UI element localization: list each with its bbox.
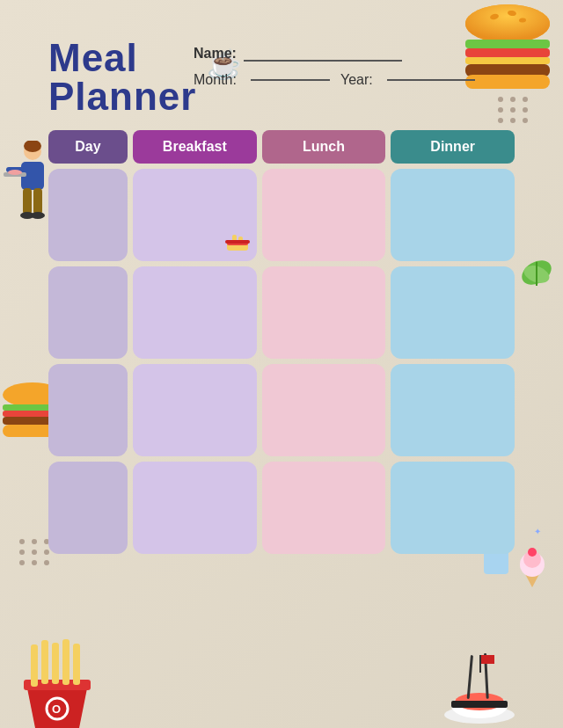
lunch-cell-3[interactable] xyxy=(262,364,386,456)
svg-rect-41 xyxy=(41,640,48,684)
table-row xyxy=(48,169,515,261)
month-label: Month: xyxy=(194,72,237,88)
svg-rect-52 xyxy=(481,655,494,664)
lunch-cell-1[interactable] xyxy=(262,169,386,261)
planner-title-text: Planner xyxy=(48,76,196,118)
svg-text:✦: ✦ xyxy=(534,527,541,536)
planner-table: Day Breakfast Lunch Dinner xyxy=(48,130,515,554)
name-field: Name: xyxy=(194,46,402,62)
header-breakfast: Breakfast xyxy=(133,130,257,164)
svg-rect-49 xyxy=(467,655,473,699)
day-cell-4[interactable] xyxy=(48,462,128,554)
year-line[interactable] xyxy=(387,79,475,81)
header-dinner: Dinner xyxy=(391,130,515,164)
svg-point-34 xyxy=(528,548,537,557)
svg-rect-17 xyxy=(33,188,42,215)
svg-rect-57 xyxy=(225,240,250,244)
svg-rect-48 xyxy=(451,701,508,708)
table-body xyxy=(48,169,515,554)
header-day: Day xyxy=(48,130,128,164)
table-row xyxy=(48,462,515,554)
table-header: Day Breakfast Lunch Dinner xyxy=(48,130,515,164)
lunch-cell-2[interactable] xyxy=(262,266,386,359)
svg-rect-40 xyxy=(31,644,38,687)
dinner-cell-1[interactable] xyxy=(391,169,515,261)
breakfast-cell-1[interactable] xyxy=(133,169,257,261)
svg-text:O: O xyxy=(52,703,61,716)
page: ✦ ✦ O Meal xyxy=(0,0,563,728)
name-label: Name: xyxy=(194,46,237,61)
dinner-cell-4[interactable] xyxy=(391,462,515,554)
svg-rect-43 xyxy=(62,639,69,685)
breakfast-cell-3[interactable] xyxy=(133,364,257,456)
leaves-icon xyxy=(519,255,554,290)
lunch-cell-4[interactable] xyxy=(262,462,386,554)
svg-rect-42 xyxy=(52,643,59,684)
svg-point-15 xyxy=(8,170,22,175)
svg-point-19 xyxy=(31,212,45,219)
day-cell-1[interactable] xyxy=(48,169,128,261)
table-row xyxy=(48,364,515,456)
month-year-row: Month: Year: xyxy=(194,72,475,88)
person-icon xyxy=(2,141,50,224)
dots-decoration-bottom-left xyxy=(19,539,51,565)
month-line[interactable] xyxy=(251,79,330,81)
meal-planner-title: Meal Planner xyxy=(48,37,196,119)
meal-title-text: Meal xyxy=(48,37,196,79)
dinner-cell-3[interactable] xyxy=(391,364,515,456)
dinner-cell-2[interactable] xyxy=(391,266,515,359)
name-line[interactable] xyxy=(244,60,402,62)
sushi-icon xyxy=(440,653,519,728)
table-row xyxy=(48,266,515,359)
svg-rect-44 xyxy=(73,644,80,685)
breakfast-cell-2[interactable] xyxy=(133,266,257,359)
svg-rect-16 xyxy=(23,188,32,215)
small-food-icon xyxy=(225,233,250,252)
svg-rect-51 xyxy=(479,655,481,673)
header-lunch: Lunch xyxy=(262,130,386,164)
fries-icon: O xyxy=(13,636,101,728)
day-cell-2[interactable] xyxy=(48,266,128,359)
day-cell-3[interactable] xyxy=(48,364,128,456)
year-label: Year: xyxy=(340,72,373,88)
breakfast-cell-4[interactable] xyxy=(133,462,257,554)
